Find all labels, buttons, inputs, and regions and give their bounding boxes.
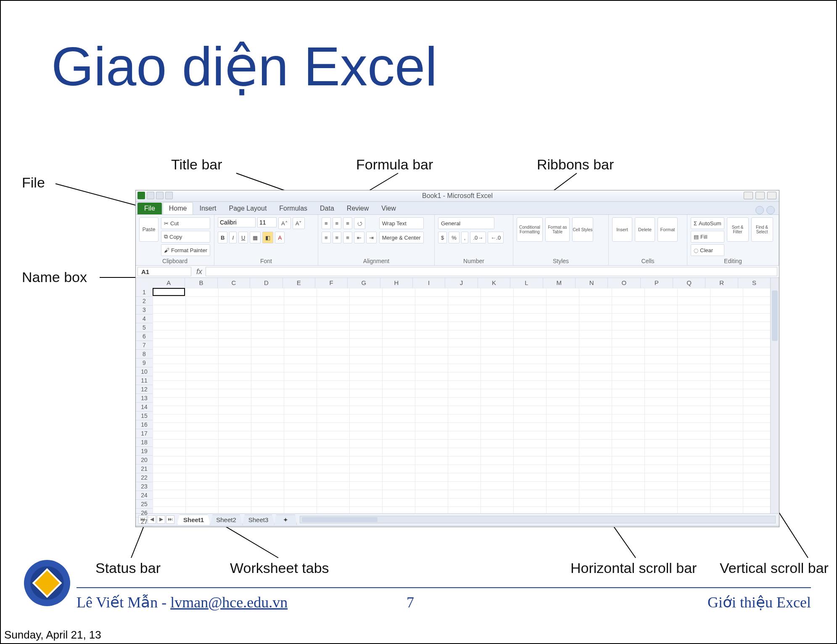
column-header[interactable]: F [315, 278, 348, 288]
sheet-nav-last-icon[interactable]: ⏭ [166, 515, 174, 524]
quick-access-toolbar[interactable] [137, 192, 173, 199]
row-headers[interactable]: 1234567891011121314151617181920212223242… [136, 288, 153, 513]
tab-review[interactable]: Review [341, 202, 375, 214]
tab-view[interactable]: View [375, 202, 402, 214]
row-header[interactable]: 25 [136, 500, 153, 509]
row-header[interactable]: 19 [136, 447, 153, 456]
ribbon-minimize-icon[interactable] [755, 206, 764, 214]
row-header[interactable]: 27 [136, 517, 153, 526]
column-header[interactable]: R [705, 278, 738, 288]
tab-home[interactable]: Home [163, 202, 193, 214]
column-header[interactable]: L [510, 278, 543, 288]
font-size-input[interactable] [257, 217, 277, 227]
orientation-icon[interactable]: ⭯ [354, 217, 365, 229]
conditional-formatting-button[interactable]: Conditional Formatting [517, 217, 543, 242]
row-header[interactable]: 7 [136, 341, 153, 350]
column-header[interactable]: J [445, 278, 478, 288]
formula-input[interactable] [206, 267, 777, 276]
close-button[interactable] [767, 192, 776, 199]
bold-button[interactable]: B [218, 232, 227, 243]
tab-page-layout[interactable]: Page Layout [222, 202, 273, 214]
view-buttons[interactable] [652, 527, 688, 528]
align-center-icon[interactable]: ≡ [333, 232, 342, 243]
row-header[interactable]: 17 [136, 429, 153, 438]
page-break-view-icon[interactable] [678, 527, 688, 528]
horizontal-scrollbar[interactable] [300, 516, 776, 523]
cell-styles-button[interactable]: Cell Styles [572, 217, 593, 242]
find-select-button[interactable]: Find & Select [751, 217, 773, 242]
font-color-button[interactable]: A [275, 232, 285, 243]
row-header[interactable]: 11 [136, 376, 153, 385]
column-header[interactable]: E [283, 278, 315, 288]
sheet-tab-1[interactable]: Sheet1 [177, 515, 210, 525]
copy-button[interactable]: ⧉ Copy [161, 231, 210, 243]
sheet-tab-2[interactable]: Sheet2 [210, 515, 243, 525]
maximize-button[interactable] [755, 192, 765, 199]
percent-icon[interactable]: % [449, 232, 459, 243]
format-as-table-button[interactable]: Format as Table [545, 217, 570, 242]
column-header[interactable]: O [608, 278, 640, 288]
row-header[interactable]: 5 [136, 323, 153, 332]
row-header[interactable]: 18 [136, 438, 153, 447]
row-header[interactable]: 12 [136, 385, 153, 394]
column-header[interactable]: A [153, 278, 185, 288]
align-bottom-icon[interactable]: ≡ [343, 217, 352, 229]
select-all-corner[interactable] [136, 278, 153, 288]
row-header[interactable]: 14 [136, 403, 153, 412]
autosum-button[interactable]: Σ AutoSum [691, 217, 724, 229]
align-top-icon[interactable]: ≡ [322, 217, 331, 229]
column-header[interactable]: N [576, 278, 608, 288]
sheet-tab-3[interactable]: Sheet3 [242, 515, 275, 525]
paste-button[interactable]: Paste [139, 217, 158, 242]
currency-icon[interactable]: $ [438, 232, 447, 243]
clear-button[interactable]: ◌ Clear [691, 244, 724, 256]
row-header[interactable]: 24 [136, 491, 153, 500]
sheet-nav-next-icon[interactable]: ▶ [157, 515, 165, 524]
comma-icon[interactable]: , [461, 232, 469, 243]
row-header[interactable]: 2 [136, 297, 153, 306]
row-header[interactable]: 4 [136, 314, 153, 323]
column-header[interactable]: G [348, 278, 380, 288]
sort-filter-button[interactable]: Sort & Filter [727, 217, 749, 242]
row-header[interactable]: 9 [136, 359, 153, 367]
column-headers[interactable]: ABCDEFGHIJKLMNOPQRS [153, 278, 771, 288]
indent-decrease-icon[interactable]: ⇤ [354, 232, 364, 243]
row-header[interactable]: 23 [136, 482, 153, 491]
footer-email-link[interactable]: lvman@hce.edu.vn [170, 594, 288, 611]
row-header[interactable]: 6 [136, 332, 153, 341]
row-header[interactable]: 16 [136, 420, 153, 429]
tab-data[interactable]: Data [314, 202, 341, 214]
delete-cells-button[interactable]: Delete [635, 217, 655, 242]
normal-view-icon[interactable] [653, 527, 663, 528]
column-header[interactable]: C [218, 278, 250, 288]
qat-redo-icon[interactable] [165, 192, 173, 199]
cut-button[interactable]: ✂ Cut [161, 217, 210, 229]
wrap-text-button[interactable]: Wrap Text [379, 217, 424, 229]
qat-save-icon[interactable] [147, 192, 154, 199]
column-header[interactable]: D [250, 278, 283, 288]
format-painter-button[interactable]: 🖌 Format Painter [161, 244, 210, 256]
increase-font-icon[interactable]: A˄ [278, 217, 291, 229]
align-left-icon[interactable]: ≡ [322, 232, 331, 243]
fill-button[interactable]: ▤ Fill [691, 231, 724, 243]
decrease-font-icon[interactable]: A˅ [293, 217, 305, 229]
row-header[interactable]: 15 [136, 412, 153, 420]
row-header[interactable]: 10 [136, 367, 153, 376]
row-header[interactable]: 21 [136, 465, 153, 473]
row-header[interactable]: 13 [136, 394, 153, 403]
column-header[interactable]: Q [673, 278, 705, 288]
column-header[interactable]: M [543, 278, 576, 288]
insert-cells-button[interactable]: Insert [612, 217, 632, 242]
tab-insert[interactable]: Insert [193, 202, 222, 214]
increase-decimal-icon[interactable]: .0→ [470, 232, 486, 243]
row-header[interactable]: 22 [136, 473, 153, 482]
hscroll-thumb[interactable] [302, 517, 378, 522]
border-button[interactable]: ▦ [250, 232, 261, 243]
cells-area[interactable] [153, 288, 771, 513]
column-header[interactable]: H [380, 278, 413, 288]
row-header[interactable]: 3 [136, 306, 153, 314]
decrease-decimal-icon[interactable]: ←.0 [488, 232, 504, 243]
minimize-button[interactable] [744, 192, 753, 199]
tab-file[interactable]: File [137, 203, 162, 214]
font-name-input[interactable] [218, 217, 256, 227]
